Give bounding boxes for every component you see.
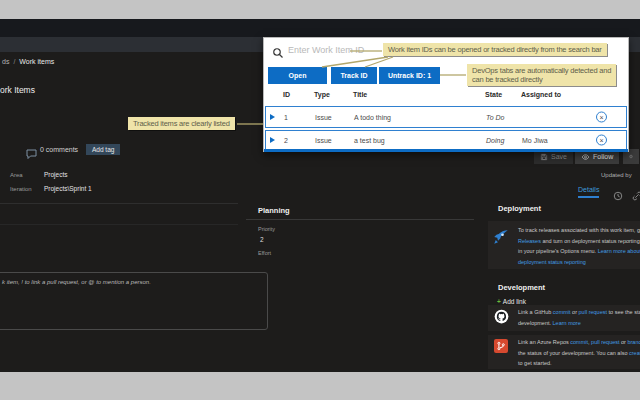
desktop-background-strip	[0, 0, 640, 19]
text-run: or	[571, 309, 579, 315]
text-run: development.	[518, 320, 553, 326]
text-run: Link an Azure Repos	[518, 339, 570, 345]
follow-eye-icon	[581, 153, 590, 161]
deployment-text: To track releases associated with this w…	[518, 225, 640, 267]
untrack-row-icon[interactable]: ×	[596, 112, 607, 123]
comments-count[interactable]: 0 comments	[40, 146, 78, 153]
table-header-row: ID Type Title State Assigned to	[265, 91, 627, 103]
col-header-state: State	[485, 91, 502, 98]
deployment-info-card: To track releases associated with this w…	[488, 221, 640, 269]
github-link-text: Link a GitHub commit or pull request to …	[518, 307, 640, 328]
untrack-row-icon[interactable]: ×	[596, 135, 607, 146]
circular-glyph-icon	[629, 152, 633, 161]
deployment-heading: Deployment	[498, 204, 541, 213]
area-field-label: Area	[10, 172, 23, 178]
discussion-placeholder: k item, ! to link a pull request, or @ t…	[2, 279, 151, 285]
screen: ☆ ds/Work items ork Items Tracked items …	[0, 0, 640, 400]
cell-state: To Do	[486, 114, 504, 121]
text-link[interactable]: deployment status reporting	[518, 259, 586, 265]
search-icon	[272, 45, 284, 63]
add-link-button[interactable]: +Add link	[497, 298, 526, 305]
updated-by-label: Updated by	[601, 172, 632, 178]
annotation-devops-tabs-line2: can be tracked directly	[472, 75, 611, 84]
plus-icon: +	[497, 298, 501, 305]
iteration-field-value[interactable]: Projects\Sprint 1	[44, 185, 92, 192]
left-column-divider	[0, 203, 238, 204]
priority-value[interactable]: 2	[260, 236, 264, 243]
untrack-id-button[interactable]: Untrack ID: 1	[379, 67, 440, 84]
cell-assigned: Mo Jiwa	[522, 137, 548, 144]
annotation-tracked-items: Tracked items are clearly listed	[128, 117, 235, 130]
browser-toolbar: ☆	[0, 19, 640, 37]
text-run: Link a GitHub	[518, 309, 553, 315]
left-column-divider-2	[0, 224, 238, 225]
planning-heading: Planning	[246, 204, 474, 220]
text-link[interactable]: pull request	[579, 309, 607, 315]
text-run: to see the status of	[607, 309, 640, 315]
annotation-search-bar: Work item IDs can be opened or tracked d…	[383, 43, 607, 56]
col-header-assigned: Assigned to	[521, 91, 561, 98]
text-run: the status of your development. You can …	[518, 350, 629, 356]
page-title: ork Items	[0, 85, 35, 95]
cell-type: Issue	[315, 114, 332, 121]
iteration-field-label: Iteration	[10, 186, 32, 192]
table-row[interactable]: 1 Issue A todo thing To Do ×	[265, 106, 627, 128]
text-run: To track releases associated with this w…	[518, 227, 640, 233]
follow-label: Follow	[593, 153, 613, 160]
text-link[interactable]: branch	[627, 339, 640, 345]
cell-type: Issue	[315, 137, 332, 144]
github-icon	[494, 309, 509, 328]
cell-id: 1	[284, 114, 288, 121]
text-link[interactable]: pull request	[591, 339, 619, 345]
github-link-card: Link a GitHub commit or pull request to …	[488, 305, 640, 331]
save-floppy-icon	[540, 153, 548, 161]
development-heading: Development	[498, 283, 545, 292]
col-header-title: Title	[353, 91, 367, 98]
track-id-button[interactable]: Track ID	[331, 67, 377, 84]
desktop-bottom-strip	[0, 372, 640, 400]
text-link[interactable]: create a branch	[629, 350, 640, 356]
table-row[interactable]: 2 Issue a test bug Doing Mo Jiwa ×	[265, 130, 627, 150]
row-expander-icon[interactable]	[270, 114, 275, 120]
text-link[interactable]: commit	[570, 339, 588, 345]
text-run: in your pipeline's Options menu.	[518, 248, 598, 254]
tab-details[interactable]: Details	[578, 186, 599, 198]
text-run: and turn on deployment status reporting	[541, 238, 640, 244]
text-run: to get started.	[518, 360, 552, 366]
history-tab-icon[interactable]	[613, 187, 623, 197]
cell-title: a test bug	[354, 137, 385, 144]
breadcrumb[interactable]: ds/Work items	[2, 58, 54, 65]
cell-title: A todo thing	[354, 114, 391, 121]
work-item-id-search-input[interactable]	[288, 42, 380, 58]
row-expander-icon[interactable]	[270, 137, 275, 143]
links-tab-icon[interactable]	[632, 187, 640, 197]
text-link[interactable]: Releases	[518, 238, 541, 244]
text-link[interactable]: Learn more about	[598, 248, 640, 254]
cell-id: 2	[284, 137, 288, 144]
breadcrumb-separator: /	[9, 58, 19, 65]
area-field-value[interactable]: Projects	[44, 171, 67, 178]
text-link[interactable]: commit	[553, 309, 571, 315]
text-link[interactable]: Learn more	[553, 320, 581, 326]
rocket-icon	[492, 228, 510, 250]
azure-repos-icon	[494, 339, 508, 353]
breadcrumb-current[interactable]: Work items	[19, 58, 54, 65]
annotation-devops-tabs-line1: DevOps tabs are automatically detected a…	[472, 66, 611, 75]
annotation-devops-tabs: DevOps tabs are automatically detected a…	[467, 64, 616, 86]
popup-bottom-accent-bar	[264, 149, 628, 152]
open-button[interactable]: Open	[268, 67, 327, 84]
azure-repos-link-text: Link an Azure Repos commit, pull request…	[518, 337, 640, 369]
add-link-label: Add link	[503, 298, 526, 305]
extension-popup: Work item IDs can be opened or tracked d…	[263, 37, 629, 152]
cell-state: Doing	[486, 137, 504, 144]
priority-label: Priority	[258, 226, 275, 232]
azure-repos-link-card: Link an Azure Repos commit, pull request…	[488, 335, 640, 369]
effort-label: Effort	[258, 250, 271, 256]
add-tag-button[interactable]: Add tag	[86, 144, 120, 155]
col-header-id: ID	[283, 91, 290, 98]
col-header-type: Type	[314, 91, 330, 98]
comments-icon	[26, 145, 38, 163]
save-label: Save	[551, 153, 567, 160]
